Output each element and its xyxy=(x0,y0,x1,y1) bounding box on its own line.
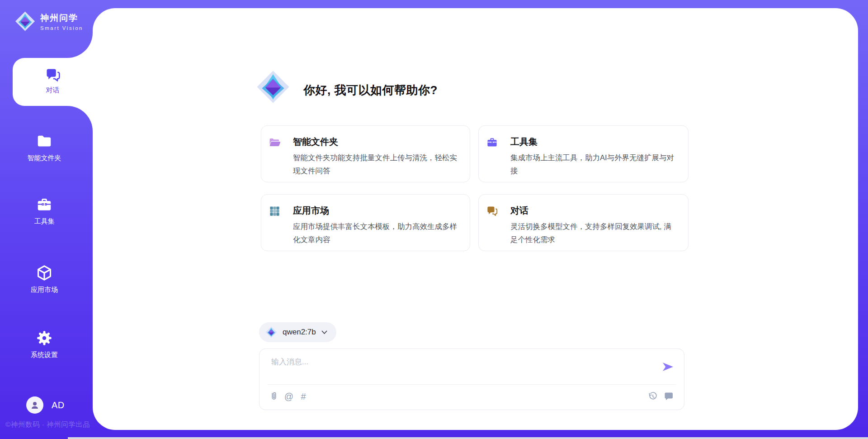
tab-fillet-bottom xyxy=(67,106,93,131)
app-subtitle: Smart Vision xyxy=(40,25,83,31)
copyright-text: ©神州数码 · 神州问学出品 xyxy=(5,420,90,429)
card-description: 集成市场上主流工具，助力AI与外界无缝扩展与对接 xyxy=(510,151,676,177)
card-description: 灵活切换多模型文件，支持多样回复效果调试, 满足个性化需求 xyxy=(510,220,676,246)
sidebar-item-chat[interactable]: 对话 xyxy=(13,58,93,106)
card-title: 智能文件夹 xyxy=(293,136,457,148)
model-name: qwen2:7b xyxy=(283,328,316,337)
composer-divider xyxy=(268,384,676,385)
sidebar-item-smart-folder[interactable]: 智能文件夹 xyxy=(0,133,89,162)
topic-icon[interactable]: # xyxy=(298,391,308,402)
folder-icon xyxy=(35,133,53,150)
composer-tools-left: @ # xyxy=(269,391,308,402)
sidebar-item-settings[interactable]: 系统设置 xyxy=(0,329,89,359)
message-composer: @ # xyxy=(259,348,684,410)
grid-icon xyxy=(269,205,281,217)
main-content-panel: 你好, 我可以如何帮助你? 智能文件夹 智能文件夹功能支持批量文件上传与清洗，轻… xyxy=(93,8,858,430)
app-name: 神州问学 xyxy=(40,12,83,24)
sidebar-item-label: 智能文件夹 xyxy=(28,154,61,162)
card-description: 应用市场提供丰富长文本模板，助力高效生成多样化文章内容 xyxy=(293,220,458,246)
chat-icon xyxy=(45,67,61,83)
chat-icon xyxy=(486,205,498,217)
chevron-down-icon xyxy=(321,330,327,334)
card-smart-folder[interactable]: 智能文件夹 智能文件夹功能支持批量文件上传与清洗，轻松实现文件问答 xyxy=(261,125,470,182)
sidebar-item-label: 应用市场 xyxy=(31,286,58,294)
mention-icon[interactable]: @ xyxy=(284,391,294,402)
sidebar-item-label: 对话 xyxy=(46,86,60,95)
card-title: 工具集 xyxy=(510,136,675,148)
message-input[interactable] xyxy=(271,355,642,369)
card-description: 智能文件夹功能支持批量文件上传与清洗，轻松实现文件问答 xyxy=(293,151,458,177)
card-chat[interactable]: 对话 灵活切换多模型文件，支持多样回复效果调试, 满足个性化需求 xyxy=(478,194,689,251)
greeting-text: 你好, 我可以如何帮助你? xyxy=(303,82,438,98)
send-icon[interactable] xyxy=(662,361,674,372)
model-selector[interactable]: qwen2:7b xyxy=(259,322,336,342)
tab-fillet-top xyxy=(67,33,93,58)
app-logo-gem-icon xyxy=(256,67,290,107)
app-logo: 神州问学 Smart Vision xyxy=(15,10,83,33)
greeting-row: 你好, 我可以如何帮助你? xyxy=(256,67,438,107)
card-title: 应用市场 xyxy=(293,205,457,217)
toolbox-icon xyxy=(35,196,53,213)
gem-logo-icon xyxy=(265,326,277,339)
sidebar-item-label: 工具集 xyxy=(34,217,55,226)
card-title: 对话 xyxy=(510,205,675,217)
sidebar-item-toolset[interactable]: 工具集 xyxy=(0,196,89,226)
avatar xyxy=(26,396,43,414)
user-account[interactable]: AD xyxy=(26,396,65,414)
person-icon xyxy=(29,400,40,410)
card-toolset[interactable]: 工具集 集成市场上主流工具，助力AI与外界无缝扩展与对接 xyxy=(478,125,689,182)
page-bottom-edge xyxy=(68,437,868,439)
attachment-icon[interactable] xyxy=(269,391,279,402)
messages-icon[interactable] xyxy=(663,391,674,402)
composer-tools-right xyxy=(647,391,674,402)
history-icon[interactable] xyxy=(647,391,658,402)
sidebar-item-app-market[interactable]: 应用市场 xyxy=(0,264,89,294)
card-app-market[interactable]: 应用市场 应用市场提供丰富长文本模板，助力高效生成多样化文章内容 xyxy=(261,194,470,251)
user-initials: AD xyxy=(52,400,65,410)
quick-start-cards: 智能文件夹 智能文件夹功能支持批量文件上传与清洗，轻松实现文件问答 工具集 集成… xyxy=(261,125,689,251)
folder-open-icon xyxy=(269,136,281,148)
app-logo-gem-icon xyxy=(15,10,35,33)
briefcase-icon xyxy=(486,136,498,148)
gear-icon xyxy=(35,329,53,347)
sidebar-item-label: 系统设置 xyxy=(31,351,58,359)
cube-icon xyxy=(35,264,53,282)
